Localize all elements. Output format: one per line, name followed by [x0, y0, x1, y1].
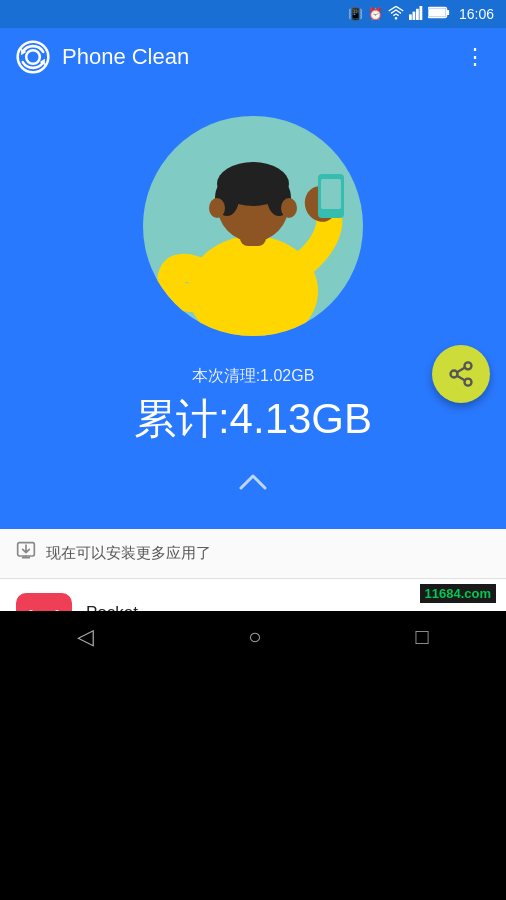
chevron-up-icon[interactable]	[237, 467, 269, 499]
vibrate-icon: 📳	[348, 7, 363, 21]
svg-point-21	[281, 198, 297, 218]
wifi-icon	[388, 6, 404, 23]
signal-icon	[409, 6, 423, 23]
app-logo-icon	[16, 40, 50, 74]
svg-rect-1	[412, 11, 415, 19]
home-button[interactable]: ○	[248, 624, 261, 650]
battery-icon	[428, 6, 450, 22]
bottom-section: 现在可以安装更多应用了 Pocket Save web contents, vi…	[0, 529, 506, 663]
svg-rect-6	[429, 8, 446, 16]
alarm-icon: ⏰	[368, 7, 383, 21]
svg-point-20	[209, 198, 225, 218]
navigation-bar: ◁ ○ □	[0, 611, 506, 663]
share-icon	[447, 360, 475, 388]
recents-button[interactable]: □	[416, 624, 429, 650]
svg-rect-0	[409, 14, 412, 20]
svg-rect-14	[321, 179, 341, 209]
install-text: 现在可以安装更多应用了	[46, 544, 211, 563]
stats-subtitle: 本次清理:1.02GB	[134, 366, 372, 387]
install-bar: 现在可以安装更多应用了	[0, 529, 506, 579]
app-title: Phone Clean	[62, 44, 189, 70]
watermark: 11684.com	[420, 584, 497, 603]
hero-circle	[143, 116, 363, 336]
hero-illustration	[143, 116, 363, 336]
svg-rect-3	[419, 6, 422, 20]
person-illustration	[143, 116, 363, 336]
install-icon	[16, 541, 36, 566]
more-menu-icon[interactable]: ⋮	[460, 40, 490, 74]
stats-main: 累计:4.13GB	[134, 391, 372, 447]
app-bar: Phone Clean ⋮	[0, 28, 506, 86]
stats-section: 本次清理:1.02GB 累计:4.13GB	[134, 366, 372, 447]
status-bar: 📳 ⏰ 16:06	[0, 0, 506, 28]
main-section: 本次清理:1.02GB 累计:4.13GB	[0, 86, 506, 529]
back-button[interactable]: ◁	[77, 624, 94, 650]
svg-rect-5	[447, 10, 450, 15]
status-icons: 📳 ⏰ 16:06	[348, 6, 494, 23]
status-time: 16:06	[459, 6, 494, 22]
svg-point-8	[26, 50, 40, 64]
share-fab-button[interactable]	[432, 345, 490, 403]
svg-rect-2	[416, 8, 419, 19]
app-bar-left: Phone Clean	[16, 40, 189, 74]
